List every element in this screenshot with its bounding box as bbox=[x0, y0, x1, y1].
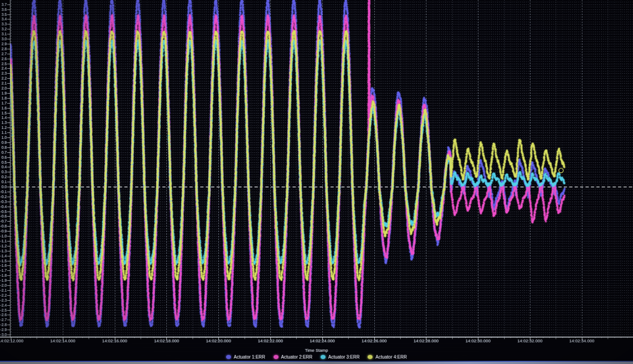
y-axis-tick-label: -0.8 bbox=[0, 224, 7, 228]
x-axis-tick-label: 14:02:30.000 bbox=[465, 338, 490, 343]
oscilloscope-screen: 3.73.63.53.43.33.23.13.02.92.82.72.62.52… bbox=[0, 0, 633, 364]
y-axis-tick-label: -0.4 bbox=[0, 204, 7, 208]
screen-bezel bbox=[0, 362, 633, 364]
y-axis-tick-label: -0.7 bbox=[0, 219, 7, 223]
y-axis-tick-label: -2.7 bbox=[0, 318, 7, 322]
x-axis-tick-label: 14:02:12.000 bbox=[0, 338, 24, 343]
y-axis-tick-label: -2.0 bbox=[0, 284, 7, 288]
y-axis-tick-label: 3.7 bbox=[0, 2, 7, 6]
y-axis-tick-label: -1.1 bbox=[0, 239, 7, 243]
legend-label: Actuator 1:ERR bbox=[234, 355, 265, 359]
y-axis-tick-label: -1.0 bbox=[0, 234, 7, 238]
y-axis-tick-label: 1.2 bbox=[0, 126, 7, 130]
y-axis-tick-label: -0.2 bbox=[0, 194, 7, 199]
y-axis-tick-label: 0.0 bbox=[0, 185, 7, 189]
legend-item[interactable]: Actuator 2:ERR bbox=[274, 355, 312, 359]
legend-item[interactable]: Actuator 1:ERR bbox=[226, 355, 265, 359]
y-axis-tick-label: 0.5 bbox=[0, 160, 7, 164]
x-axis-tick-label: 14:02:28.000 bbox=[414, 338, 439, 343]
legend-series-marker-icon bbox=[321, 355, 326, 359]
x-axis-title: Time Stamp bbox=[305, 348, 328, 353]
y-axis-tick-label: 1.0 bbox=[0, 136, 7, 140]
y-axis-tick-label: 2.5 bbox=[0, 61, 7, 66]
y-axis-tick-label: 3.5 bbox=[0, 12, 7, 16]
y-axis-tick-label: 1.7 bbox=[0, 101, 7, 105]
y-axis-tick-label: 0.2 bbox=[0, 175, 7, 179]
y-axis-tick-label: -0.9 bbox=[0, 229, 7, 233]
y-axis-tick-label: 3.2 bbox=[0, 27, 7, 31]
legend-label: Actuator 4:ERR bbox=[375, 355, 406, 359]
y-axis-tick-label: -3.0 bbox=[0, 333, 7, 337]
y-axis-tick-label: 0.6 bbox=[0, 155, 7, 159]
y-axis-tick-label: 2.2 bbox=[0, 76, 7, 80]
y-axis-tick-label: -0.3 bbox=[0, 199, 7, 203]
y-axis-tick-label: 0.7 bbox=[0, 150, 7, 154]
x-axis-tick-label: 14:02:32.000 bbox=[517, 338, 542, 343]
y-axis-tick-label: 1.3 bbox=[0, 121, 7, 125]
y-axis-tick-label: -2.4 bbox=[0, 303, 7, 307]
y-axis-tick-label: 3.6 bbox=[0, 7, 7, 11]
y-axis-tick-label: 0.3 bbox=[0, 170, 7, 174]
legend-series-marker-icon bbox=[274, 355, 279, 359]
legend-item[interactable]: Actuator 3:ERR bbox=[321, 355, 359, 359]
y-axis-tick-label: -0.1 bbox=[0, 189, 7, 194]
y-axis-tick-label: 1.9 bbox=[0, 91, 7, 95]
x-axis-tick-label: 14:02:24.000 bbox=[310, 338, 335, 343]
y-axis-tick-label: 2.8 bbox=[0, 47, 7, 51]
y-axis-tick-label: 3.0 bbox=[0, 37, 7, 41]
chart-legend: Actuator 1:ERRActuator 2:ERRActuator 3:E… bbox=[0, 355, 633, 359]
y-axis-tick-label: 2.1 bbox=[0, 81, 7, 85]
y-axis-tick-label: 2.4 bbox=[0, 66, 7, 71]
y-axis-tick-label: 2.9 bbox=[0, 42, 7, 46]
y-axis-tick-label: -1.3 bbox=[0, 249, 7, 253]
y-axis-tick-label: -2.2 bbox=[0, 293, 7, 297]
legend-label: Actuator 2:ERR bbox=[281, 355, 312, 359]
x-axis-tick-label: 14:02:18.000 bbox=[154, 338, 179, 343]
x-axis-tick-label: 14:02:22.000 bbox=[258, 338, 283, 343]
y-axis-tick-label: -0.6 bbox=[0, 214, 7, 218]
y-axis-tick-label: -1.8 bbox=[0, 274, 7, 278]
y-axis-tick-label: -0.5 bbox=[0, 209, 7, 213]
y-axis-tick-label: 1.1 bbox=[0, 131, 7, 135]
y-axis-tick-label: -1.5 bbox=[0, 259, 7, 263]
y-axis-tick-label: 2.0 bbox=[0, 86, 7, 90]
legend-series-marker-icon bbox=[368, 355, 373, 359]
x-axis-tick-label: 14:02:26.000 bbox=[362, 338, 387, 343]
y-axis-tick-label: 2.7 bbox=[0, 52, 7, 56]
x-axis-tick-label: 14:02:16.000 bbox=[102, 338, 127, 343]
y-axis-tick-label: -2.1 bbox=[0, 288, 7, 292]
y-axis-tick-label: 2.3 bbox=[0, 71, 7, 76]
y-axis-tick-label: 0.4 bbox=[0, 165, 7, 169]
legend-label: Actuator 3:ERR bbox=[328, 355, 359, 359]
y-axis-tick-label: -1.4 bbox=[0, 254, 7, 258]
y-axis-tick-label: 1.6 bbox=[0, 106, 7, 110]
x-axis-tick-label: 14:02:34.000 bbox=[569, 338, 594, 343]
chart-plot-area[interactable] bbox=[0, 0, 633, 364]
y-axis-tick-label: -2.9 bbox=[0, 328, 7, 332]
y-axis-tick-label: -1.2 bbox=[0, 244, 7, 248]
y-axis-tick-label: 2.6 bbox=[0, 57, 7, 61]
y-axis-tick-label: -2.3 bbox=[0, 298, 7, 302]
y-axis-tick-label: -2.5 bbox=[0, 308, 7, 312]
y-axis-tick-label: -2.6 bbox=[0, 313, 7, 317]
x-axis-tick-label: 14:02:14.000 bbox=[50, 338, 75, 343]
y-axis-tick-label: 1.8 bbox=[0, 96, 7, 100]
legend-item[interactable]: Actuator 4:ERR bbox=[368, 355, 406, 359]
y-axis-tick-label: -1.7 bbox=[0, 269, 7, 273]
y-axis-tick-label: 1.5 bbox=[0, 111, 7, 115]
y-axis-tick-label: -1.6 bbox=[0, 264, 7, 268]
x-axis-tick-label: 14:02:20.000 bbox=[206, 338, 231, 343]
y-axis-tick-label: 0.9 bbox=[0, 140, 7, 144]
y-axis-tick-label: -2.8 bbox=[0, 323, 7, 327]
legend-series-marker-icon bbox=[226, 355, 231, 359]
y-axis-tick-label: 1.4 bbox=[0, 116, 7, 120]
y-axis-tick-label: -1.9 bbox=[0, 279, 7, 283]
y-axis-tick-label: 3.4 bbox=[0, 17, 7, 21]
y-axis-tick-label: 3.3 bbox=[0, 22, 7, 26]
y-axis-tick-label: 3.1 bbox=[0, 32, 7, 36]
y-axis-tick-label: 0.1 bbox=[0, 180, 7, 184]
y-axis-tick-label: 0.8 bbox=[0, 145, 7, 149]
